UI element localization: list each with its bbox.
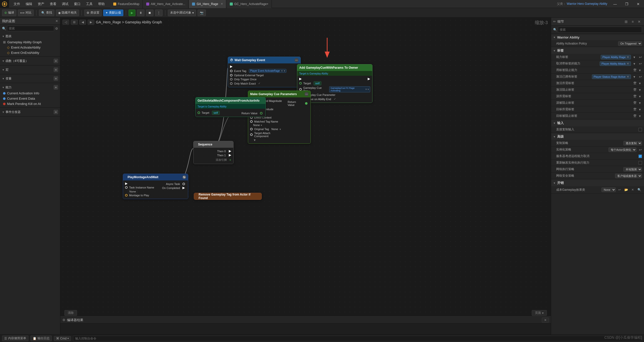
debug-options-button[interactable]: ⋮ xyxy=(155,10,163,16)
abilities-section-header[interactable]: ▼ 能力 + xyxy=(0,84,60,91)
content-sidebar-btn[interactable]: ☰ 内容侧滑菜单 xyxy=(2,335,28,341)
menu-view[interactable]: 查看 xyxy=(47,1,59,7)
add-pin-btn[interactable]: 添加引脚 + xyxy=(194,157,233,162)
functions-section-header[interactable]: ▼ 函数（4可覆盖） + xyxy=(0,58,60,64)
minimize-btn[interactable]: — xyxy=(609,0,621,8)
activation-policy-select[interactable]: On Triggered xyxy=(618,41,642,46)
list-view-icon[interactable]: ≡ xyxy=(630,19,635,24)
net-execution-value[interactable]: 本地预测 xyxy=(623,167,642,172)
nav-breadcrumb-btn[interactable]: ⊞ xyxy=(71,20,78,25)
add-macro-btn[interactable]: + xyxy=(54,67,58,72)
direct-replicate-checkbox[interactable] xyxy=(638,128,642,131)
reset-instantiation-btn[interactable]: ↩ xyxy=(639,148,642,152)
pause-button[interactable]: ⏸ xyxy=(137,10,144,16)
cmd-btn[interactable]: ⌘ Cmd ▾ xyxy=(54,336,71,341)
add-variable-btn[interactable]: + xyxy=(54,76,58,81)
console-input[interactable] xyxy=(73,336,642,341)
close-detail-btn[interactable]: ✕ xyxy=(636,19,642,24)
output-log-btn[interactable]: 📋 输出日志 xyxy=(30,335,52,341)
class-settings-button[interactable]: ⚙ 类设置 xyxy=(84,10,102,16)
hide-button[interactable]: ◉ 隐藏不相关 xyxy=(56,10,79,16)
remove-tag-btn[interactable]: ✕ xyxy=(627,55,629,59)
close-tab-ga-hero-rage[interactable]: ✕ xyxy=(221,2,223,6)
add-tgt-blocked-tag-btn[interactable]: ▾ xyxy=(637,114,642,118)
stop-button[interactable]: ⏹ xyxy=(146,10,154,16)
variables-section-header[interactable]: ▼ 变量 + xyxy=(0,75,60,82)
costs-section-header[interactable]: ▼ 开销 xyxy=(551,180,644,186)
tab-featuredevmap[interactable]: FeatureDevMap xyxy=(110,0,143,8)
cost-gameplay-value[interactable]: None ↩ 📂 ✕ 🔍 xyxy=(601,187,642,193)
macros-section-header[interactable]: ▼ 宏 + xyxy=(0,66,60,73)
sequence-node[interactable]: Sequence Then 0 Then 1 添加引脚 + xyxy=(193,141,234,164)
clear-icon[interactable]: 🔍 xyxy=(636,187,642,193)
menu-file[interactable]: 文件 xyxy=(11,1,23,7)
player-ability-attack-tag[interactable]: Player Ability Attack ✕ xyxy=(600,61,631,66)
net-security-value[interactable]: 客户端或服务器 xyxy=(615,174,642,178)
graph-section-header[interactable]: ▼ 图表 xyxy=(0,33,60,40)
reset-ability-tag-btn[interactable]: ↩ xyxy=(639,55,642,59)
instantiation-policy-value[interactable]: 每个Actor实例化 xyxy=(609,147,636,152)
remove-gameplay-tag-node[interactable]: Remove Gameplay Tag from Actor if Found xyxy=(194,193,262,200)
event-onend-ability-item[interactable]: ◇ Event OnEndAbility xyxy=(4,50,60,55)
add-dispatcher-btn[interactable]: + xyxy=(54,110,58,114)
replication-policy-select[interactable]: 遵勿复制 xyxy=(623,141,642,145)
add-active-tag-btn[interactable]: ▾ xyxy=(632,74,636,79)
add-act-block-tag-btn[interactable]: ▾ xyxy=(637,88,642,92)
input-section-header[interactable]: ▼ 输入 xyxy=(551,120,644,126)
player-ability-rage-tag[interactable]: Player Ability Rage ✕ xyxy=(601,55,631,59)
compare-button[interactable]: ⟺ 对比 xyxy=(18,10,34,16)
reset-active-tag-btn[interactable]: ↩ xyxy=(639,75,642,79)
advanced-section-header[interactable]: ▼ 高级 xyxy=(551,133,644,140)
get-skeletal-mesh-node[interactable]: GetSkeletalMeshComponentFromActorInfo Ta… xyxy=(195,97,266,117)
event-dispatchers-header[interactable]: ▼ 事件分发器 + xyxy=(0,109,60,115)
remove-cancel-tag-btn[interactable]: ✕ xyxy=(627,62,629,65)
left-panel-search[interactable]: 🔍 ⚙ xyxy=(0,25,60,32)
browse-icon[interactable]: ↩ xyxy=(617,187,622,193)
new-icon[interactable]: ✕ xyxy=(630,187,635,193)
tab-am-hero-axe[interactable]: AM_Hero_Axe_Activate... xyxy=(143,0,188,8)
compile-button[interactable]: ⚙ 编译 xyxy=(2,10,16,16)
player-status-rage-active-tag[interactable]: Player Status Rage Active ✕ xyxy=(592,74,631,79)
node-settings-btn[interactable]: ⋯ xyxy=(305,92,309,96)
nav-prev-btn[interactable]: ◀ xyxy=(79,20,86,25)
reset-cancel-tag-btn[interactable]: ↩ xyxy=(639,62,642,66)
close-compiler-btn[interactable]: ✕ xyxy=(542,318,549,323)
find-button[interactable]: 🔍 查找 xyxy=(39,10,54,16)
instantiation-policy-select[interactable]: 每个Actor实例化 xyxy=(609,147,636,152)
node-settings-btn[interactable]: ⋯ xyxy=(294,58,298,62)
menu-asset[interactable]: 资产 xyxy=(35,1,47,7)
page-btn[interactable]: 页面 ▾ xyxy=(532,310,547,316)
retrigger-checkbox[interactable] xyxy=(638,161,642,165)
menu-debug[interactable]: 调试 xyxy=(59,1,71,7)
menu-tools[interactable]: 工具 xyxy=(84,1,95,7)
add-cancel-tag-btn[interactable]: ▾ xyxy=(632,61,636,66)
tags-section-header[interactable]: ▼ 标签 xyxy=(551,47,644,54)
net-security-select[interactable]: 客户端或服务器 xyxy=(615,174,642,178)
close-btn[interactable]: ✕ xyxy=(632,0,644,8)
add-tag-btn[interactable]: ▾ xyxy=(632,55,636,59)
activation-policy-value[interactable]: On Triggered xyxy=(618,41,642,46)
menu-window[interactable]: 窗口 xyxy=(71,1,83,7)
close-left-panel-btn[interactable]: ✕ xyxy=(55,19,58,23)
play-button[interactable]: ▶ xyxy=(129,10,135,16)
open-icon[interactable]: 📂 xyxy=(623,187,629,193)
play-montage-node[interactable]: PlayMontageAndWait ↻ Task Instance Name xyxy=(123,174,188,199)
current-activation-info-var[interactable]: Current Activation Info xyxy=(0,91,60,96)
nav-next-btn[interactable]: ▶ xyxy=(88,20,94,25)
gameplay-ability-graph-item[interactable]: ⊞ Gameplay Ability Graph xyxy=(0,40,60,45)
add-src-req-tag-btn[interactable]: ▾ xyxy=(637,94,642,99)
server-cancel-checkbox[interactable]: ✓ xyxy=(638,155,642,158)
current-event-data-var[interactable]: Current Event Data xyxy=(0,96,60,101)
maximize-btn[interactable]: ❐ xyxy=(621,0,632,8)
event-tag-value[interactable]: Player Event ActivateRage ✕ ▾ xyxy=(249,69,286,73)
wait-gameplay-event-node[interactable]: ⏱ Wait Gameplay Event ⋯ Event Tag Player… xyxy=(228,57,301,87)
replication-policy-value[interactable]: 遵勿复制 xyxy=(623,141,642,145)
mark-pending-kill-var[interactable]: Mark Pending Kill on At xyxy=(0,101,60,106)
debug-target-dropdown[interactable]: 未选中调试对象 ▾ xyxy=(168,10,196,16)
warrior-section-header[interactable]: ▼ Warrior Ability xyxy=(551,34,644,40)
tab-gc-hero-activaterage[interactable]: GC_Hero_ActivateRage+ xyxy=(227,0,272,8)
add-block-tag-btn[interactable]: ▾ xyxy=(637,68,642,72)
add-req-tag-btn[interactable]: ▾ xyxy=(637,81,642,86)
clear-button[interactable]: 清除 xyxy=(64,310,77,316)
event-activate-ability-item[interactable]: ◇ Event ActivateAbility xyxy=(4,45,60,50)
